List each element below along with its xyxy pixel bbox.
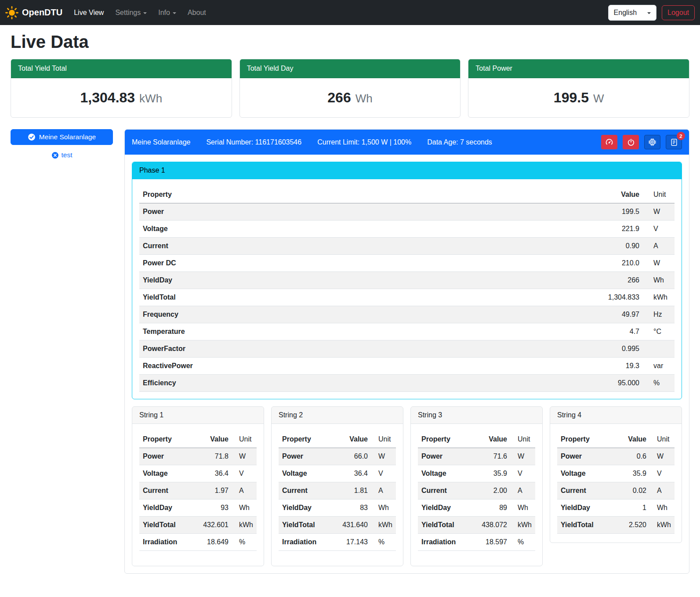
table-row: YieldTotal 438.072 kWh	[418, 517, 535, 534]
nav-settings-label: Settings	[115, 9, 141, 17]
string-card-body: Property Value Unit Power	[132, 424, 264, 566]
inverter-limit: Current Limit: 1,500 W | 100%	[317, 138, 411, 146]
row-value: 71.6	[470, 448, 511, 465]
row-unit: var	[643, 358, 675, 375]
inverter-select-test[interactable]: test	[51, 151, 73, 159]
row-unit: W	[643, 255, 675, 272]
nav-about[interactable]: About	[184, 5, 210, 20]
page-content: Live Data Total Yield Total 1,304.83 kWh…	[0, 32, 700, 587]
row-property: Current	[139, 238, 441, 255]
row-value: 2.520	[614, 517, 650, 534]
table-row: Voltage 36.4 V	[279, 465, 396, 482]
table-row: YieldTotal 431.640 kWh	[279, 517, 396, 534]
row-property: ReactivePower	[139, 358, 441, 375]
row-value: 95.000	[441, 375, 643, 392]
phase-table: Property Value Unit Power	[139, 186, 675, 392]
string-card-body: Property Value Unit Power	[411, 424, 542, 566]
row-property: Irradiation	[139, 534, 191, 551]
row-property: Power	[418, 448, 470, 465]
nav-live-view-label: Live View	[74, 9, 104, 17]
row-property: YieldDay	[418, 499, 470, 517]
power-button[interactable]	[623, 135, 639, 149]
check-circle-icon	[28, 133, 36, 141]
navbar: OpenDTU Live View Settings Info About En…	[0, 0, 700, 25]
row-unit: V	[643, 221, 675, 238]
row-value: 210.0	[441, 255, 643, 272]
cpu-icon	[648, 138, 656, 146]
string-card-title: String 4	[550, 407, 682, 424]
table-row: YieldTotal 1,304.833 kWh	[139, 289, 675, 306]
inverter-data-age: Data Age: 7 seconds	[427, 138, 492, 146]
brand-link[interactable]: OpenDTU	[5, 6, 62, 19]
summary-card-total-yield-total: Total Yield Total 1,304.83 kWh	[11, 59, 232, 118]
inverter-panel-header: Meine Solaranlage Serial Number: 1161716…	[125, 130, 689, 155]
row-property: Current	[279, 482, 330, 499]
table-row: Current 0.90 A	[139, 238, 675, 255]
summary-card-unit: kWh	[139, 92, 162, 105]
string-card-title: String 1	[132, 407, 264, 424]
nav-settings-dropdown[interactable]: Settings	[112, 5, 150, 20]
table-header-row: Property Value Unit	[418, 431, 535, 448]
navbar-left: OpenDTU Live View Settings Info About	[5, 5, 214, 20]
language-select[interactable]: English	[608, 5, 656, 21]
table-row: Voltage 36.4 V	[139, 465, 257, 482]
row-value: 199.5	[441, 203, 643, 221]
table-header-row: Property Value Unit	[139, 431, 257, 448]
summary-card-value: 266	[327, 90, 351, 106]
row-property: Voltage	[557, 465, 614, 482]
row-property: Voltage	[279, 465, 330, 482]
table-row: YieldTotal 432.601 kWh	[139, 517, 257, 534]
logout-button[interactable]: Logout	[662, 5, 695, 20]
row-unit: A	[371, 482, 396, 499]
row-property: Voltage	[418, 465, 470, 482]
string-table: Property Value Unit Power	[557, 431, 675, 534]
row-unit: W	[650, 448, 675, 465]
row-unit: V	[511, 465, 535, 482]
event-log-button[interactable]: 2	[666, 135, 682, 149]
col-header-value: Value	[441, 186, 643, 203]
row-value: 266	[441, 272, 643, 289]
row-property: Current	[418, 482, 470, 499]
table-row: Voltage 221.9 V	[139, 221, 675, 238]
table-row: Efficiency 95.000 %	[139, 375, 675, 392]
table-row: YieldTotal 2.520 kWh	[557, 517, 675, 534]
summary-card-title: Total Yield Total	[11, 59, 232, 78]
table-row: Power 199.5 W	[139, 203, 675, 221]
row-property: YieldTotal	[139, 289, 441, 306]
row-value: 1	[614, 499, 650, 517]
string-card-body: Property Value Unit Power	[550, 424, 682, 543]
row-property: Power	[139, 448, 191, 465]
table-row: ReactivePower 19.3 var	[139, 358, 675, 375]
string-card-body: Property Value Unit Power	[272, 424, 403, 566]
table-row: YieldDay 89 Wh	[418, 499, 535, 517]
limit-settings-button[interactable]	[601, 135, 617, 149]
row-property: PowerFactor	[139, 340, 441, 358]
nav-live-view[interactable]: Live View	[70, 5, 107, 20]
inverter-label: Meine Solaranlage	[39, 133, 96, 141]
row-unit: V	[650, 465, 675, 482]
row-property: YieldTotal	[139, 517, 191, 534]
nav-info-label: Info	[158, 9, 170, 17]
summary-card-value: 1,304.83	[80, 90, 135, 106]
row-value: 18.597	[470, 534, 511, 551]
col-header-property: Property	[418, 431, 470, 448]
nav-info-dropdown[interactable]: Info	[155, 5, 180, 20]
row-value: 221.9	[441, 221, 643, 238]
row-unit	[643, 340, 675, 358]
strings-row: String 1 Property Value Unit	[132, 406, 682, 566]
row-value: 49.97	[441, 306, 643, 323]
row-unit: W	[232, 448, 257, 465]
table-row: Current 0.02 A	[557, 482, 675, 499]
row-unit: W	[643, 203, 675, 221]
inverter-select-meine-solaranlage[interactable]: Meine Solaranlage	[11, 129, 113, 145]
device-info-button[interactable]	[644, 135, 660, 149]
row-value: 0.90	[441, 238, 643, 255]
chevron-down-icon	[647, 12, 651, 14]
inverter-list: Meine Solaranlage test	[11, 129, 113, 159]
row-unit: A	[232, 482, 257, 499]
string-table: Property Value Unit Power	[139, 431, 257, 551]
navbar-right: English Logout	[608, 5, 695, 21]
string-table: Property Value Unit Power	[279, 431, 396, 551]
row-unit: A	[650, 482, 675, 499]
summary-card-title: Total Power	[468, 59, 689, 78]
